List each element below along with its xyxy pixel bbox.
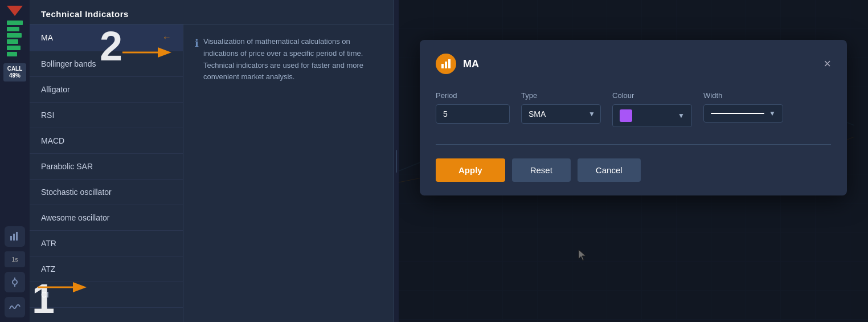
- indicator-icon-btn[interactable]: [5, 272, 25, 292]
- svg-rect-2: [16, 232, 18, 241]
- panel-title: Technical Indicators: [41, 9, 129, 19]
- indicator-label-atr: ATR: [41, 239, 56, 248]
- width-picker-button[interactable]: ▼: [703, 104, 783, 123]
- indicator-item-stochastic[interactable]: Stochastic oscillator: [30, 180, 183, 205]
- bar-3: [7, 33, 22, 38]
- time-selector[interactable]: 1s: [5, 251, 25, 267]
- indicator-item-macd[interactable]: MACD: [30, 128, 183, 154]
- indicator-item-bollinger[interactable]: Bollinger bands: [30, 51, 183, 77]
- panel-header: Technical Indicators: [30, 0, 394, 25]
- indicator-label-ci: CI: [41, 290, 49, 299]
- indicator-item-awesome[interactable]: Awesome oscillator: [30, 205, 183, 231]
- width-line-preview: [711, 113, 764, 114]
- indicator-list: MA ← Bollinger bands Alligator RSI MACD …: [30, 25, 183, 322]
- svg-rect-0: [10, 236, 12, 241]
- arrow-down-icon: [7, 6, 23, 16]
- ma-arrow-icon: ←: [162, 32, 171, 43]
- indicator-label-stochastic: Stochastic oscillator: [41, 188, 112, 197]
- width-label: Width: [703, 91, 783, 100]
- width-field-group: Width ▼: [703, 91, 783, 127]
- info-panel: ℹ Visualization of mathematical calculat…: [183, 25, 394, 322]
- modal-indicator-icon: [436, 54, 456, 74]
- modal-close-button[interactable]: ×: [824, 58, 831, 70]
- panel-divider: [394, 0, 399, 322]
- chart-area: MA × Period Type SMA EMA W: [399, 0, 868, 322]
- reset-button[interactable]: Reset: [512, 158, 571, 182]
- type-label: Type: [521, 91, 601, 100]
- colour-picker-button[interactable]: ▼: [612, 104, 692, 127]
- info-icon-row: ℹ Visualization of mathematical calculat…: [195, 36, 382, 83]
- colour-arrow-icon: ▼: [678, 112, 685, 120]
- type-field-group: Type SMA EMA WMA SMMA ▼: [521, 91, 601, 127]
- left-sidebar: CALL 49% 1s: [0, 0, 30, 322]
- modal-header: MA ×: [436, 54, 831, 74]
- indicator-label-atz: ATZ: [41, 264, 55, 274]
- indicator-item-atr[interactable]: ATR: [30, 231, 183, 256]
- modal-overlay: MA × Period Type SMA EMA W: [399, 0, 868, 322]
- chart-icon: [10, 231, 20, 242]
- indicator-item-alligator[interactable]: Alligator: [30, 77, 183, 103]
- period-label: Period: [436, 91, 510, 100]
- modal-actions: Apply Reset Cancel: [436, 158, 831, 182]
- cancel-button[interactable]: Cancel: [578, 158, 641, 182]
- type-select[interactable]: SMA EMA WMA SMMA: [521, 104, 601, 124]
- indicator-label-rsi: RSI: [41, 111, 54, 120]
- modal-fields: Period Type SMA EMA WMA SMMA ▼: [436, 91, 831, 127]
- apply-button[interactable]: Apply: [436, 158, 505, 182]
- chart-icon-btn[interactable]: [5, 226, 25, 247]
- indicator-item-ma[interactable]: MA ←: [30, 25, 183, 51]
- colour-field-group: Colour ▼: [612, 91, 692, 127]
- wave-icon-btn[interactable]: [5, 297, 25, 317]
- modal-divider: [436, 144, 831, 145]
- indicator-item-parabolic[interactable]: Parabolic SAR: [30, 154, 183, 180]
- indicator-label-ma: MA: [41, 33, 53, 42]
- bar-6: [7, 52, 17, 56]
- svg-rect-8: [448, 59, 451, 68]
- period-input[interactable]: [436, 104, 510, 124]
- indicator-item-rsi[interactable]: RSI: [30, 103, 183, 128]
- indicator-item-atz[interactable]: ATZ: [30, 256, 183, 282]
- info-circle-icon: ℹ: [195, 37, 199, 50]
- divider-line: [396, 150, 397, 173]
- ma-modal: MA × Period Type SMA EMA W: [420, 40, 847, 195]
- type-select-wrapper: SMA EMA WMA SMMA ▼: [521, 104, 601, 124]
- width-arrow-icon: ▼: [769, 109, 776, 117]
- info-description: Visualization of mathematical calculatio…: [203, 36, 382, 83]
- indicator-label-awesome: Awesome oscillator: [41, 213, 109, 222]
- modal-title: MA: [463, 58, 479, 70]
- indicator-icon: [10, 277, 20, 287]
- bar-1: [7, 21, 23, 25]
- colour-swatch: [620, 109, 632, 122]
- green-bars: [7, 21, 23, 56]
- indicator-item-ci[interactable]: CI: [30, 282, 183, 308]
- indicator-panel: Technical Indicators MA ← Bollinger band…: [30, 0, 394, 322]
- wave-icon: [9, 303, 21, 311]
- svg-point-3: [13, 280, 17, 284]
- bar-2: [7, 27, 19, 31]
- panel-body: MA ← Bollinger bands Alligator RSI MACD …: [30, 25, 394, 322]
- indicator-label-alligator: Alligator: [41, 85, 70, 94]
- svg-rect-1: [13, 234, 15, 241]
- indicator-label-bollinger: Bollinger bands: [41, 59, 96, 68]
- indicator-label-parabolic: Parabolic SAR: [41, 162, 93, 171]
- svg-rect-6: [441, 64, 444, 68]
- indicator-label-macd: MACD: [41, 136, 64, 145]
- svg-rect-7: [445, 62, 447, 68]
- bar-4: [7, 39, 18, 44]
- modal-title-row: MA: [436, 54, 479, 74]
- colour-label: Colour: [612, 91, 692, 100]
- call-badge: CALL 49%: [3, 63, 26, 81]
- period-field-group: Period: [436, 91, 510, 127]
- bar-5: [7, 46, 21, 50]
